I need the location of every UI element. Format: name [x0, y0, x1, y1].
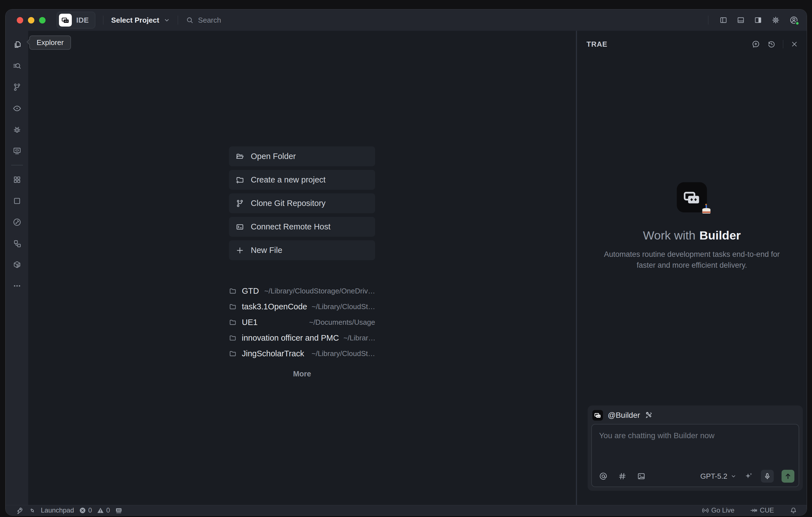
- new-project-icon: [236, 176, 244, 184]
- recent-project-name: task3.1OpenCode: [242, 302, 307, 311]
- share-graph-icon[interactable]: [6, 211, 28, 233]
- linked-blocks-icon[interactable]: [6, 233, 28, 254]
- ide-window: IDE Select Project Search: [5, 9, 807, 516]
- create-project-button[interactable]: Create a new project: [229, 170, 375, 190]
- hero-heading-name: Builder: [699, 229, 741, 242]
- search-panel-icon[interactable]: [6, 55, 28, 77]
- extensions-grid-icon[interactable]: [6, 169, 28, 190]
- recent-project-row[interactable]: task3.1OpenCode ~/Library/CloudSt…: [229, 299, 375, 314]
- explorer-tooltip: Explorer: [29, 35, 71, 50]
- recent-project-path: ~/Library/CloudSt…: [307, 303, 375, 311]
- cue-button[interactable]: CUE: [750, 507, 774, 514]
- toggle-right-panel-icon[interactable]: [754, 16, 762, 24]
- folder-icon: [229, 287, 237, 295]
- preview-eye-icon[interactable]: [6, 98, 28, 119]
- clone-repo-label: Clone Git Repository: [251, 199, 326, 208]
- account-avatar[interactable]: [789, 16, 798, 25]
- plug-icon[interactable]: [27, 505, 37, 516]
- rocket-icon[interactable]: [16, 507, 24, 514]
- chat-input[interactable]: You are chatting with Builder now GPT-5.…: [591, 424, 799, 487]
- search-placeholder: Search: [198, 16, 221, 25]
- warning-counter[interactable]: 0: [97, 507, 110, 514]
- new-chat-icon[interactable]: [752, 40, 760, 48]
- app-logo-chip[interactable]: IDE: [57, 12, 95, 29]
- project-selector[interactable]: Select Project: [111, 16, 170, 25]
- toggle-bottom-panel-icon[interactable]: [737, 16, 745, 24]
- new-file-button[interactable]: New File: [229, 240, 375, 260]
- trae-panel: TRAE: [576, 31, 807, 505]
- title-bar: IDE Select Project Search: [6, 9, 807, 31]
- agent-chip-label[interactable]: @Builder: [608, 411, 640, 420]
- attach-image-icon[interactable]: [637, 472, 645, 480]
- recent-project-path: ~/Library/CloudStorage/OneDriv…: [260, 287, 375, 295]
- send-button[interactable]: [782, 470, 794, 483]
- builder-chip-icon: [592, 410, 603, 421]
- zoom-window-button[interactable]: [39, 17, 46, 24]
- go-live-button[interactable]: Go Live: [702, 507, 734, 514]
- tools-icon[interactable]: [645, 411, 653, 419]
- folder-open-icon: [236, 152, 244, 161]
- warning-icon: [97, 507, 104, 514]
- enhance-sparkle-icon[interactable]: [744, 472, 753, 481]
- activity-bar-divider: [11, 165, 23, 166]
- error-icon: [79, 507, 86, 514]
- arrow-up-icon: [784, 472, 792, 480]
- chevron-down-icon: [164, 17, 170, 23]
- recent-project-row[interactable]: GTD ~/Library/CloudStorage/OneDriv…: [229, 283, 375, 299]
- builder-hero: Work withBuilder Automates routine devel…: [577, 182, 807, 271]
- recent-project-name: JingScholarTrack: [242, 349, 304, 358]
- recent-projects-list: GTD ~/Library/CloudStorage/OneDriv… task…: [229, 283, 375, 361]
- debug-bug-icon[interactable]: [6, 119, 28, 140]
- error-counter[interactable]: 0: [79, 507, 92, 514]
- warning-count: 0: [106, 507, 110, 514]
- folder-icon: [229, 350, 237, 357]
- history-icon[interactable]: [767, 40, 776, 48]
- close-panel-icon[interactable]: [790, 40, 798, 48]
- cue-icon: [750, 507, 757, 514]
- global-search[interactable]: Search: [186, 16, 221, 25]
- model-selector[interactable]: GPT-5.2: [700, 472, 736, 481]
- mention-icon[interactable]: [599, 472, 607, 480]
- more-link[interactable]: More: [229, 370, 375, 378]
- open-folder-button[interactable]: Open Folder: [229, 146, 375, 166]
- close-window-button[interactable]: [17, 17, 23, 24]
- minimize-window-button[interactable]: [28, 17, 34, 24]
- launchpad-label[interactable]: Launchpad: [41, 507, 74, 514]
- mic-icon: [763, 472, 771, 480]
- connect-remote-button[interactable]: Connect Remote Host: [229, 217, 375, 237]
- new-file-label: New File: [251, 246, 283, 255]
- mic-button[interactable]: [761, 470, 774, 483]
- broadcast-icon: [702, 507, 709, 514]
- container-box-icon[interactable]: [6, 254, 28, 275]
- clone-repo-button[interactable]: Clone Git Repository: [229, 193, 375, 213]
- ports-panel-icon[interactable]: [115, 507, 122, 514]
- chat-input-placeholder: You are chatting with Builder now: [599, 431, 715, 440]
- source-control-icon[interactable]: [6, 77, 28, 98]
- more-ellipsis-icon[interactable]: [6, 275, 28, 296]
- connect-remote-label: Connect Remote Host: [251, 222, 330, 231]
- titlebar-divider: [178, 16, 178, 25]
- model-label: GPT-5.2: [700, 472, 727, 481]
- web-preview-icon[interactable]: [6, 140, 28, 162]
- hero-heading-prefix: Work with: [643, 229, 695, 242]
- trae-panel-header: TRAE: [577, 31, 807, 58]
- notifications-bell-icon[interactable]: [790, 507, 797, 514]
- recent-project-row[interactable]: JingScholarTrack ~/Library/CloudSt…: [229, 346, 375, 361]
- context-hash-icon[interactable]: [618, 472, 627, 480]
- tooltip-text: Explorer: [37, 38, 64, 47]
- canvas-square-icon[interactable]: [6, 190, 28, 211]
- settings-gear-icon[interactable]: [772, 16, 780, 24]
- status-bar: Launchpad 0 0 Go Live CUE: [6, 505, 807, 515]
- error-count: 0: [88, 507, 92, 514]
- explorer-icon[interactable]: [6, 34, 28, 55]
- folder-icon: [229, 334, 237, 342]
- chevron-down-icon: [731, 473, 736, 479]
- toggle-left-panel-icon[interactable]: [720, 16, 727, 24]
- search-icon: [186, 16, 194, 24]
- recent-project-row[interactable]: innovation officer and PMC ~/Librar…: [229, 330, 375, 346]
- titlebar-divider: [708, 16, 708, 25]
- recent-project-name: innovation officer and PMC: [242, 334, 339, 343]
- recent-project-row[interactable]: UE1 ~/Documents/Usage: [229, 314, 375, 330]
- trae-logo-icon: [59, 14, 72, 27]
- create-project-label: Create a new project: [251, 175, 326, 184]
